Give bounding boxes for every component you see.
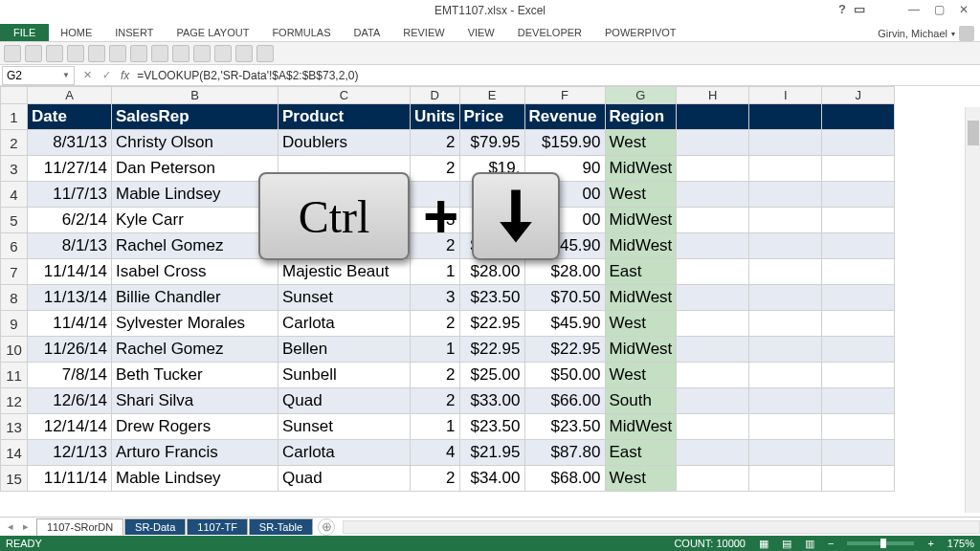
minimize-icon[interactable]: — bbox=[902, 0, 926, 19]
cell[interactable] bbox=[822, 259, 895, 285]
ribbon-display-icon[interactable]: ▭ bbox=[854, 2, 865, 16]
cell[interactable] bbox=[749, 337, 822, 363]
cell[interactable]: $22.95 bbox=[524, 337, 605, 363]
cell[interactable] bbox=[677, 311, 749, 337]
qat-btn[interactable] bbox=[235, 45, 253, 62]
cell[interactable]: West bbox=[605, 311, 677, 337]
table-header-cell[interactable]: Units bbox=[411, 104, 460, 130]
row-header[interactable]: 4 bbox=[1, 182, 28, 208]
tab-insert[interactable]: INSERT bbox=[103, 24, 165, 41]
cell[interactable]: Bellen bbox=[278, 337, 411, 363]
qat-btn[interactable] bbox=[172, 45, 189, 62]
sheet-nav-next-icon[interactable]: ▸ bbox=[19, 520, 33, 533]
cell[interactable]: Kyle Carr bbox=[112, 208, 278, 233]
cell[interactable] bbox=[822, 440, 895, 466]
table-header-cell[interactable] bbox=[677, 104, 749, 130]
cell[interactable] bbox=[677, 363, 749, 388]
cell[interactable] bbox=[677, 414, 749, 440]
tab-home[interactable]: HOME bbox=[49, 24, 103, 41]
row-header[interactable]: 1 bbox=[1, 104, 28, 130]
cell[interactable] bbox=[749, 414, 822, 440]
cell[interactable]: Sylvester Morales bbox=[112, 311, 278, 337]
cell[interactable] bbox=[677, 466, 749, 492]
cell[interactable]: $159.90 bbox=[524, 130, 605, 156]
cell[interactable]: 1 bbox=[411, 414, 460, 440]
cell[interactable]: $45.90 bbox=[524, 233, 605, 259]
cell[interactable] bbox=[822, 388, 895, 414]
cell[interactable]: 11/14/14 bbox=[28, 259, 112, 285]
row-header[interactable]: 15 bbox=[1, 466, 28, 492]
cell[interactable]: $87.80 bbox=[524, 440, 605, 466]
cell[interactable]: 8/1/13 bbox=[28, 233, 112, 259]
cell[interactable]: 00 bbox=[524, 208, 605, 233]
cell[interactable]: MidWest bbox=[605, 337, 677, 363]
cell[interactable]: Majestic Beaut bbox=[278, 259, 411, 285]
cell[interactable]: $21.95 bbox=[459, 440, 524, 466]
cell[interactable] bbox=[749, 440, 822, 466]
add-sheet-icon[interactable]: ⊕ bbox=[318, 518, 335, 536]
cell[interactable]: Shari Silva bbox=[112, 388, 278, 414]
cell[interactable] bbox=[278, 208, 411, 233]
cell[interactable]: Carlota bbox=[278, 311, 411, 337]
tab-formulas[interactable]: FORMULAS bbox=[260, 24, 342, 41]
cell[interactable]: $23.50 bbox=[524, 414, 605, 440]
sheet-tab[interactable]: SR-Table bbox=[249, 518, 313, 535]
cell[interactable]: $68.00 bbox=[524, 466, 605, 492]
cell[interactable]: $22.95 bbox=[459, 337, 524, 363]
cell[interactable] bbox=[822, 233, 895, 259]
cell[interactable]: East bbox=[605, 440, 677, 466]
qat-btn[interactable] bbox=[25, 45, 42, 62]
cell[interactable]: 2 bbox=[411, 130, 460, 156]
tab-developer[interactable]: DEVELOPER bbox=[506, 24, 593, 41]
col-header[interactable]: H bbox=[677, 87, 749, 104]
cell[interactable] bbox=[677, 388, 749, 414]
cell[interactable]: $19. bbox=[459, 156, 524, 182]
vertical-scrollbar[interactable] bbox=[965, 107, 980, 513]
cell[interactable]: $23.50 bbox=[459, 285, 524, 311]
col-header[interactable]: A bbox=[28, 87, 112, 104]
row-header[interactable]: 6 bbox=[1, 233, 28, 259]
cell[interactable]: West bbox=[605, 363, 677, 388]
cell[interactable] bbox=[822, 466, 895, 492]
zoom-in-icon[interactable]: + bbox=[927, 538, 933, 549]
cell[interactable]: 2 bbox=[411, 156, 460, 182]
cell[interactable]: 11/11/14 bbox=[28, 466, 112, 492]
view-pagebreak-icon[interactable]: ▥ bbox=[805, 538, 814, 550]
cell[interactable] bbox=[677, 156, 749, 182]
cell[interactable] bbox=[677, 259, 749, 285]
cancel-icon[interactable]: ✕ bbox=[78, 67, 96, 84]
col-header[interactable]: B bbox=[112, 87, 278, 104]
qat-btn[interactable] bbox=[256, 45, 274, 62]
cell[interactable]: 4 bbox=[411, 440, 460, 466]
table-header-cell[interactable]: Revenue bbox=[524, 104, 605, 130]
cell[interactable] bbox=[677, 208, 749, 233]
cell[interactable] bbox=[749, 233, 822, 259]
zoom-slider[interactable] bbox=[847, 541, 914, 545]
cell[interactable]: 25. bbox=[459, 182, 524, 208]
cell[interactable]: 11/4/14 bbox=[28, 311, 112, 337]
horizontal-scrollbar[interactable] bbox=[343, 520, 980, 534]
user-label[interactable]: Girvin, Michael ▾ bbox=[878, 26, 974, 41]
cell[interactable] bbox=[822, 285, 895, 311]
cell[interactable]: South bbox=[605, 388, 677, 414]
cell[interactable]: $50.00 bbox=[524, 363, 605, 388]
cell[interactable]: Carlota bbox=[278, 440, 411, 466]
row-header[interactable]: 5 bbox=[1, 208, 28, 233]
table-header-cell[interactable]: Price bbox=[459, 104, 524, 130]
tab-pagelayout[interactable]: PAGE LAYOUT bbox=[165, 24, 260, 41]
cell[interactable]: Sunset bbox=[278, 414, 411, 440]
cell[interactable]: 11/27/14 bbox=[28, 156, 112, 182]
row-header[interactable]: 8 bbox=[1, 285, 28, 311]
cell[interactable] bbox=[822, 337, 895, 363]
cell[interactable]: MidWest bbox=[605, 208, 677, 233]
cell[interactable]: $22.95 bbox=[459, 311, 524, 337]
cell[interactable]: 2 bbox=[411, 388, 460, 414]
cell[interactable]: MidWest bbox=[605, 414, 677, 440]
tab-data[interactable]: DATA bbox=[343, 24, 392, 41]
cell[interactable]: $28.00 bbox=[459, 259, 524, 285]
cell[interactable]: 11/13/14 bbox=[28, 285, 112, 311]
table-header-cell[interactable] bbox=[749, 104, 822, 130]
help-icon[interactable]: ? bbox=[838, 2, 846, 16]
tab-review[interactable]: REVIEW bbox=[391, 24, 456, 41]
col-header[interactable]: E bbox=[459, 87, 524, 104]
